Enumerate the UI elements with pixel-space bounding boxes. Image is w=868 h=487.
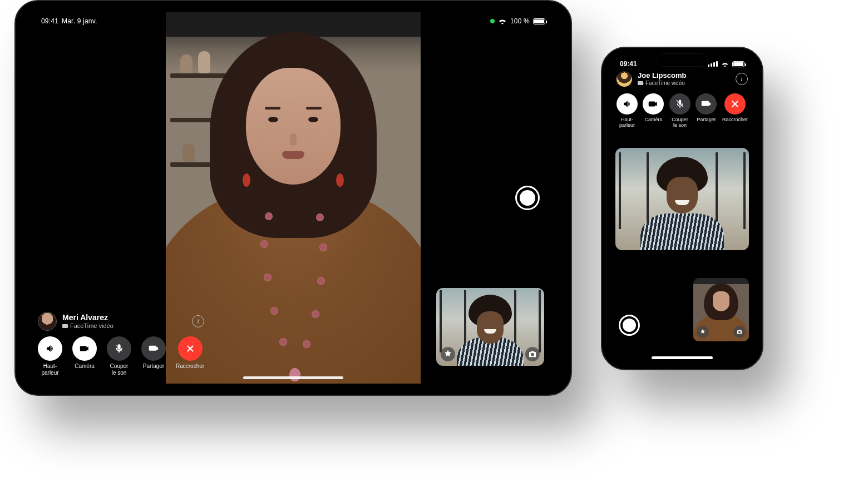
camera-button[interactable]: Caméra bbox=[643, 93, 664, 128]
self-view-pip[interactable] bbox=[693, 278, 749, 341]
wifi-icon bbox=[498, 18, 507, 24]
caller-name: Joe Lipscomb bbox=[638, 71, 686, 80]
iphone-status-bar: 09:41 bbox=[608, 57, 757, 71]
info-button[interactable]: i bbox=[192, 315, 204, 327]
share-button[interactable]: Partager bbox=[696, 93, 717, 128]
flip-camera-button[interactable] bbox=[733, 326, 746, 338]
remote-video bbox=[615, 148, 749, 250]
speaker-label: Haut- parleur bbox=[619, 117, 635, 128]
caller-subtitle: FaceTime vidéo bbox=[638, 80, 686, 87]
caller-avatar bbox=[617, 71, 632, 87]
camera-active-dot-icon bbox=[490, 19, 495, 23]
remote-person bbox=[640, 157, 724, 250]
call-controls: Haut- parleur Caméra Couper le son bbox=[617, 92, 748, 128]
iphone-screen: 09:41 Joe Lipscomb Fa bbox=[608, 53, 757, 364]
end-call-label: Raccrocher bbox=[722, 117, 748, 122]
home-indicator[interactable] bbox=[243, 376, 343, 379]
call-controls: Meri Alvarez FaceTime vidéo i Haut- parl… bbox=[38, 312, 204, 376]
mute-button[interactable]: Couper le son bbox=[107, 336, 131, 376]
video-icon bbox=[638, 81, 643, 85]
caller-name: Meri Alvarez bbox=[62, 313, 114, 322]
video-icon bbox=[62, 324, 68, 328]
speaker-label: Haut- parleur bbox=[41, 363, 58, 376]
end-call-button[interactable]: Raccrocher bbox=[176, 336, 204, 376]
iphone-status-time: 09:41 bbox=[620, 60, 637, 68]
ipad-battery-text: 100 % bbox=[510, 17, 530, 25]
cellular-icon bbox=[708, 61, 718, 67]
caller-row: Meri Alvarez FaceTime vidéo i bbox=[38, 312, 204, 331]
speaker-button[interactable]: Haut- parleur bbox=[617, 93, 638, 128]
ipad-screen: 09:41 Mar. 9 janv. 100 % bbox=[27, 12, 560, 384]
home-indicator[interactable] bbox=[652, 356, 713, 359]
mute-label: Couper le son bbox=[672, 117, 688, 128]
caller-avatar bbox=[38, 312, 57, 331]
self-view-pip[interactable] bbox=[436, 288, 544, 366]
share-label: Partager bbox=[697, 117, 716, 122]
share-button[interactable]: Partager bbox=[141, 336, 166, 376]
battery-icon bbox=[533, 18, 545, 24]
share-label: Partager bbox=[143, 363, 164, 370]
info-button[interactable]: i bbox=[736, 73, 748, 85]
caller-subtitle: FaceTime vidéo bbox=[62, 322, 114, 330]
mute-label: Couper le son bbox=[110, 363, 129, 376]
flip-camera-button[interactable] bbox=[525, 347, 540, 361]
live-photo-button[interactable] bbox=[515, 186, 540, 210]
self-person bbox=[457, 295, 524, 366]
iphone-device: 09:41 Joe Lipscomb Fa bbox=[601, 47, 763, 370]
live-photo-button[interactable] bbox=[619, 315, 640, 336]
camera-button[interactable]: Caméra bbox=[72, 336, 97, 376]
caller-row: Joe Lipscomb FaceTime vidéo i bbox=[617, 71, 748, 87]
speaker-button[interactable]: Haut- parleur bbox=[38, 336, 62, 376]
effects-button[interactable] bbox=[441, 347, 455, 361]
end-call-button[interactable]: Raccrocher bbox=[722, 93, 748, 128]
effects-button[interactable] bbox=[697, 326, 709, 338]
ipad-device: 09:41 Mar. 9 janv. 100 % bbox=[14, 0, 572, 396]
end-call-label: Raccrocher bbox=[176, 363, 204, 370]
ipad-status-time: 09:41 bbox=[41, 17, 58, 25]
battery-icon bbox=[732, 61, 744, 67]
stage: 09:41 Mar. 9 janv. 100 % bbox=[0, 0, 868, 487]
mute-button[interactable]: Couper le son bbox=[669, 93, 691, 128]
wifi-icon bbox=[721, 61, 729, 67]
camera-label: Caméra bbox=[644, 117, 662, 122]
ipad-status-date: Mar. 9 janv. bbox=[62, 17, 97, 25]
camera-label: Caméra bbox=[75, 363, 95, 370]
